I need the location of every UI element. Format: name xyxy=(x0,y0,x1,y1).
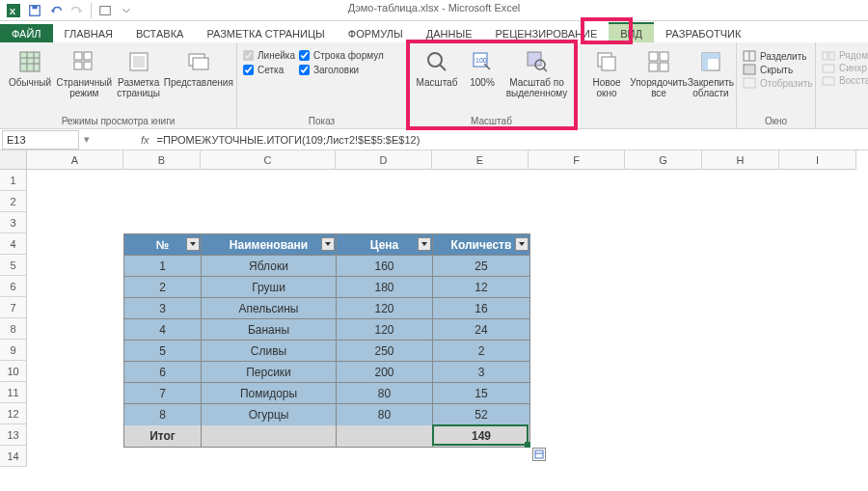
tab-view[interactable]: ВИД xyxy=(609,22,654,42)
table-cell[interactable]: Огурцы xyxy=(202,404,337,425)
row-header[interactable]: 12 xyxy=(0,403,27,424)
formula-bar-checkbox[interactable]: Строка формул xyxy=(299,50,384,61)
qat-button[interactable] xyxy=(95,2,115,19)
table-cell[interactable]: 8 xyxy=(124,404,202,425)
qat-dropdown-icon[interactable] xyxy=(117,2,136,19)
row-header[interactable]: 7 xyxy=(0,297,27,318)
column-header[interactable]: G xyxy=(625,150,702,170)
smart-tag-icon[interactable] xyxy=(532,448,546,461)
row-header[interactable]: 10 xyxy=(0,361,27,382)
column-header[interactable]: F xyxy=(529,150,625,170)
table-total-cell[interactable] xyxy=(202,425,337,447)
column-header[interactable]: H xyxy=(702,150,779,170)
table-total-cell[interactable]: Итог xyxy=(124,425,202,447)
tab-developer[interactable]: РАЗРАБОТЧИК xyxy=(654,24,752,42)
row-header[interactable]: 5 xyxy=(0,255,27,276)
new-window-button[interactable]: Новое окно xyxy=(583,46,631,100)
table-header[interactable]: Цена xyxy=(337,234,433,256)
table-cell[interactable]: 120 xyxy=(337,298,433,319)
table-cell[interactable]: 52 xyxy=(433,404,529,425)
table-header[interactable]: Количеств xyxy=(433,234,529,256)
table-header[interactable]: № xyxy=(124,234,202,256)
table-cell[interactable]: 12 xyxy=(433,277,529,298)
table-cell[interactable]: Груши xyxy=(202,277,337,298)
name-box[interactable]: E13 xyxy=(2,130,79,150)
table-header[interactable]: Наименовани xyxy=(202,234,337,256)
select-all-corner[interactable] xyxy=(0,150,27,170)
tab-home[interactable]: ГЛАВНАЯ xyxy=(53,24,124,42)
hide-button[interactable]: Скрыть xyxy=(743,64,813,75)
table-cell[interactable]: Сливы xyxy=(202,341,337,362)
table-cell[interactable]: 2 xyxy=(433,341,529,362)
tab-formulas[interactable]: ФОРМУЛЫ xyxy=(337,24,415,42)
tab-insert[interactable]: ВСТАВКА xyxy=(124,24,195,42)
custom-views-button[interactable]: Представления xyxy=(167,46,231,90)
row-header[interactable]: 1 xyxy=(0,170,27,191)
table-cell[interactable]: Яблоки xyxy=(202,256,337,277)
freeze-panes-button[interactable]: Закрепить области xyxy=(687,46,735,100)
table-cell[interactable]: Бананы xyxy=(202,319,337,341)
excel-icon[interactable]: X xyxy=(4,2,23,19)
row-header[interactable]: 14 xyxy=(0,446,27,467)
filter-dropdown-icon[interactable] xyxy=(515,237,529,251)
table-cell[interactable]: 200 xyxy=(337,362,433,383)
table-cell[interactable]: 250 xyxy=(337,341,433,362)
page-layout-button[interactable]: Разметка страницы xyxy=(115,46,163,100)
tab-layout[interactable]: РАЗМЕТКА СТРАНИЦЫ xyxy=(195,24,336,42)
column-header[interactable]: D xyxy=(336,150,432,170)
table-cell[interactable]: 5 xyxy=(124,341,202,362)
fx-icon[interactable]: fx xyxy=(133,134,157,146)
table-cell[interactable]: 80 xyxy=(337,404,433,425)
table-cell[interactable]: Помидоры xyxy=(202,383,337,404)
row-header[interactable]: 11 xyxy=(0,382,27,403)
table-cell[interactable]: 80 xyxy=(337,383,433,404)
name-dropdown-icon[interactable]: ▾ xyxy=(79,133,95,146)
tab-file[interactable]: ФАЙЛ xyxy=(0,24,53,42)
save-icon[interactable] xyxy=(25,2,44,19)
table-cell[interactable]: 7 xyxy=(124,383,202,404)
table-cell[interactable]: 180 xyxy=(337,277,433,298)
filter-dropdown-icon[interactable] xyxy=(321,237,335,251)
column-header[interactable]: E xyxy=(432,150,529,170)
split-button[interactable]: Разделить xyxy=(743,50,813,62)
table-cell[interactable]: 6 xyxy=(124,362,202,383)
column-header[interactable]: B xyxy=(123,150,201,170)
column-header[interactable]: I xyxy=(779,150,856,170)
column-header[interactable]: C xyxy=(201,150,336,170)
ruler-checkbox[interactable]: Линейка xyxy=(243,50,295,61)
page-break-button[interactable]: Страничный режим xyxy=(58,46,111,100)
arrange-all-button[interactable]: Упорядочить все xyxy=(635,46,683,100)
headers-checkbox[interactable]: Заголовки xyxy=(299,65,384,75)
table-cell[interactable]: 120 xyxy=(337,319,433,341)
table-cell[interactable]: Персики xyxy=(202,362,337,383)
table-cell[interactable]: 2 xyxy=(124,277,202,298)
table-cell[interactable]: 4 xyxy=(124,319,202,341)
row-header[interactable]: 9 xyxy=(0,340,27,361)
table-cell[interactable]: 15 xyxy=(433,383,529,404)
table-cell[interactable]: 3 xyxy=(124,298,202,319)
tab-review[interactable]: РЕЦЕНЗИРОВАНИЕ xyxy=(483,24,609,42)
zoom-100-button[interactable]: 100100% xyxy=(465,46,500,90)
table-cell[interactable]: 3 xyxy=(433,362,529,383)
formula-input[interactable]: =ПРОМЕЖУТОЧНЫЕ.ИТОГИ(109;Лист2!$E$5:$E$1… xyxy=(157,134,868,146)
row-header[interactable]: 13 xyxy=(0,424,27,446)
row-header[interactable]: 4 xyxy=(0,233,27,255)
normal-view-button[interactable]: Обычный xyxy=(6,46,54,90)
table-cell[interactable]: 25 xyxy=(433,256,529,277)
zoom-button[interactable]: Масштаб xyxy=(413,46,461,90)
table-cell[interactable]: 16 xyxy=(433,298,529,319)
undo-icon[interactable] xyxy=(46,2,66,19)
grid-checkbox[interactable]: Сетка xyxy=(243,65,295,75)
row-header[interactable]: 8 xyxy=(0,318,27,340)
table-cell[interactable]: 160 xyxy=(337,256,433,277)
row-header[interactable]: 6 xyxy=(0,276,27,297)
row-header[interactable]: 3 xyxy=(0,212,27,233)
table-cell[interactable]: Апельсины xyxy=(202,298,337,319)
filter-dropdown-icon[interactable] xyxy=(418,237,431,251)
redo-icon[interactable] xyxy=(68,2,87,19)
column-header[interactable]: A xyxy=(27,150,123,170)
filter-dropdown-icon[interactable] xyxy=(186,237,200,251)
zoom-selection-button[interactable]: Масштаб по выделенному xyxy=(503,46,570,100)
table-total-cell[interactable] xyxy=(337,425,433,447)
table-total-cell[interactable]: 149 xyxy=(433,425,529,447)
